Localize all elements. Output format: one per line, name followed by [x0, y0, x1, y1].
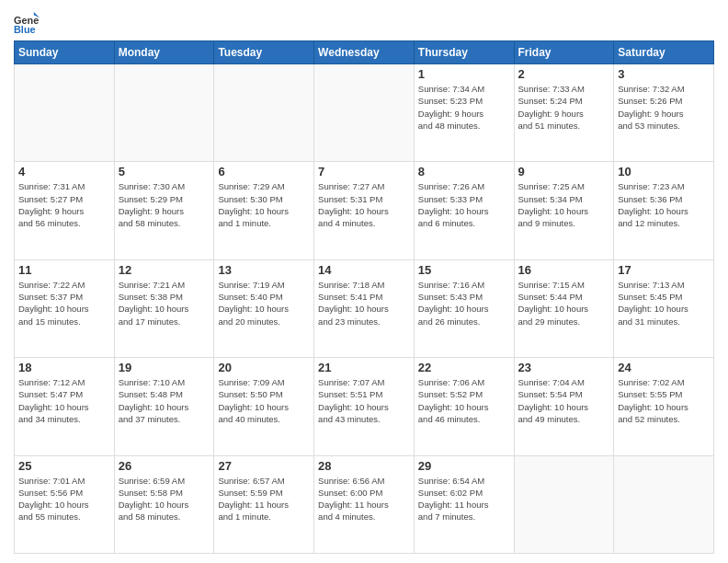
calendar-week-row: 18Sunrise: 7:12 AM Sunset: 5:47 PM Dayli… — [15, 358, 714, 455]
calendar-cell — [214, 64, 314, 162]
svg-text:Blue: Blue — [14, 24, 36, 35]
day-number: 25 — [18, 459, 110, 473]
calendar-header-friday: Friday — [514, 41, 614, 64]
calendar-cell: 4Sunrise: 7:31 AM Sunset: 5:27 PM Daylig… — [15, 162, 115, 259]
day-number: 11 — [18, 263, 110, 277]
day-info: Sunrise: 7:34 AM Sunset: 5:23 PM Dayligh… — [418, 83, 510, 132]
calendar-cell: 15Sunrise: 7:16 AM Sunset: 5:43 PM Dayli… — [414, 259, 514, 357]
calendar-header-thursday: Thursday — [414, 41, 514, 64]
day-info: Sunrise: 7:31 AM Sunset: 5:27 PM Dayligh… — [18, 180, 110, 229]
calendar-cell: 10Sunrise: 7:23 AM Sunset: 5:36 PM Dayli… — [614, 162, 714, 259]
calendar-cell: 13Sunrise: 7:19 AM Sunset: 5:40 PM Dayli… — [214, 259, 314, 357]
calendar-table: SundayMondayTuesdayWednesdayThursdayFrid… — [14, 40, 714, 554]
day-number: 10 — [618, 165, 710, 178]
calendar-cell: 14Sunrise: 7:18 AM Sunset: 5:41 PM Dayli… — [314, 259, 415, 357]
calendar-cell: 9Sunrise: 7:25 AM Sunset: 5:34 PM Daylig… — [514, 162, 614, 259]
calendar-cell: 8Sunrise: 7:26 AM Sunset: 5:33 PM Daylig… — [414, 162, 514, 259]
day-number: 12 — [119, 263, 210, 277]
day-number: 2 — [518, 67, 610, 81]
calendar-cell — [614, 455, 714, 553]
day-info: Sunrise: 7:06 AM Sunset: 5:52 PM Dayligh… — [418, 376, 510, 425]
day-number: 13 — [218, 263, 310, 277]
calendar-header-row: SundayMondayTuesdayWednesdayThursdayFrid… — [15, 41, 714, 64]
day-info: Sunrise: 7:18 AM Sunset: 5:41 PM Dayligh… — [318, 279, 410, 327]
day-info: Sunrise: 7:32 AM Sunset: 5:26 PM Dayligh… — [618, 83, 710, 132]
calendar-header-tuesday: Tuesday — [214, 41, 314, 64]
calendar-cell: 19Sunrise: 7:10 AM Sunset: 5:48 PM Dayli… — [114, 358, 214, 455]
day-info: Sunrise: 7:04 AM Sunset: 5:54 PM Dayligh… — [518, 376, 610, 425]
day-number: 8 — [418, 165, 510, 178]
day-number: 19 — [119, 361, 210, 374]
calendar-header-monday: Monday — [114, 41, 214, 64]
day-number: 7 — [318, 165, 410, 178]
day-info: Sunrise: 7:29 AM Sunset: 5:30 PM Dayligh… — [218, 180, 310, 229]
calendar-cell: 21Sunrise: 7:07 AM Sunset: 5:51 PM Dayli… — [314, 358, 415, 455]
day-number: 21 — [318, 361, 410, 374]
calendar-cell — [314, 64, 415, 162]
day-info: Sunrise: 7:12 AM Sunset: 5:47 PM Dayligh… — [18, 376, 110, 425]
day-number: 24 — [618, 361, 710, 374]
calendar-cell: 26Sunrise: 6:59 AM Sunset: 5:58 PM Dayli… — [114, 455, 214, 553]
page: General Blue SundayMondayTuesdayWednesda… — [0, 0, 728, 563]
calendar-cell: 1Sunrise: 7:34 AM Sunset: 5:23 PM Daylig… — [414, 64, 514, 162]
day-info: Sunrise: 6:56 AM Sunset: 6:00 PM Dayligh… — [318, 475, 410, 523]
calendar-header-wednesday: Wednesday — [314, 41, 415, 64]
calendar-cell: 22Sunrise: 7:06 AM Sunset: 5:52 PM Dayli… — [414, 358, 514, 455]
calendar-cell: 23Sunrise: 7:04 AM Sunset: 5:54 PM Dayli… — [514, 358, 614, 455]
calendar-cell: 5Sunrise: 7:30 AM Sunset: 5:29 PM Daylig… — [114, 162, 214, 259]
day-info: Sunrise: 7:16 AM Sunset: 5:43 PM Dayligh… — [418, 279, 510, 327]
calendar-week-row: 1Sunrise: 7:34 AM Sunset: 5:23 PM Daylig… — [15, 64, 714, 162]
day-info: Sunrise: 7:13 AM Sunset: 5:45 PM Dayligh… — [618, 279, 710, 327]
day-info: Sunrise: 7:23 AM Sunset: 5:36 PM Dayligh… — [618, 180, 710, 229]
day-number: 18 — [18, 361, 110, 374]
calendar-cell: 29Sunrise: 6:54 AM Sunset: 6:02 PM Dayli… — [414, 455, 514, 553]
day-info: Sunrise: 7:26 AM Sunset: 5:33 PM Dayligh… — [418, 180, 510, 229]
day-info: Sunrise: 7:22 AM Sunset: 5:37 PM Dayligh… — [18, 279, 110, 327]
day-info: Sunrise: 7:01 AM Sunset: 5:56 PM Dayligh… — [18, 475, 110, 523]
calendar-cell: 7Sunrise: 7:27 AM Sunset: 5:31 PM Daylig… — [314, 162, 415, 259]
day-info: Sunrise: 7:33 AM Sunset: 5:24 PM Dayligh… — [518, 83, 610, 132]
day-number: 1 — [418, 67, 510, 81]
day-info: Sunrise: 7:09 AM Sunset: 5:50 PM Dayligh… — [218, 376, 310, 425]
day-info: Sunrise: 7:25 AM Sunset: 5:34 PM Dayligh… — [518, 180, 610, 229]
day-info: Sunrise: 7:27 AM Sunset: 5:31 PM Dayligh… — [318, 180, 410, 229]
day-number: 9 — [518, 165, 610, 178]
header: General Blue — [14, 9, 714, 35]
day-number: 23 — [518, 361, 610, 374]
calendar-cell: 18Sunrise: 7:12 AM Sunset: 5:47 PM Dayli… — [15, 358, 115, 455]
calendar-cell: 25Sunrise: 7:01 AM Sunset: 5:56 PM Dayli… — [15, 455, 115, 553]
day-number: 17 — [618, 263, 710, 277]
day-info: Sunrise: 7:15 AM Sunset: 5:44 PM Dayligh… — [518, 279, 610, 327]
day-info: Sunrise: 6:54 AM Sunset: 6:02 PM Dayligh… — [418, 475, 510, 523]
calendar-cell: 20Sunrise: 7:09 AM Sunset: 5:50 PM Dayli… — [214, 358, 314, 455]
day-number: 6 — [218, 165, 310, 178]
day-info: Sunrise: 7:21 AM Sunset: 5:38 PM Dayligh… — [119, 279, 210, 327]
calendar-cell: 11Sunrise: 7:22 AM Sunset: 5:37 PM Dayli… — [15, 259, 115, 357]
day-info: Sunrise: 6:59 AM Sunset: 5:58 PM Dayligh… — [119, 475, 210, 523]
day-number: 22 — [418, 361, 510, 374]
day-number: 28 — [318, 459, 410, 473]
calendar-cell: 3Sunrise: 7:32 AM Sunset: 5:26 PM Daylig… — [614, 64, 714, 162]
calendar-cell: 17Sunrise: 7:13 AM Sunset: 5:45 PM Dayli… — [614, 259, 714, 357]
day-number: 29 — [418, 459, 510, 473]
calendar-week-row: 11Sunrise: 7:22 AM Sunset: 5:37 PM Dayli… — [15, 259, 714, 357]
calendar-cell: 24Sunrise: 7:02 AM Sunset: 5:55 PM Dayli… — [614, 358, 714, 455]
day-info: Sunrise: 7:07 AM Sunset: 5:51 PM Dayligh… — [318, 376, 410, 425]
day-number: 16 — [518, 263, 610, 277]
day-info: Sunrise: 7:19 AM Sunset: 5:40 PM Dayligh… — [218, 279, 310, 327]
day-number: 14 — [318, 263, 410, 277]
day-info: Sunrise: 7:10 AM Sunset: 5:48 PM Dayligh… — [119, 376, 210, 425]
calendar-week-row: 4Sunrise: 7:31 AM Sunset: 5:27 PM Daylig… — [15, 162, 714, 259]
day-number: 20 — [218, 361, 310, 374]
day-info: Sunrise: 7:02 AM Sunset: 5:55 PM Dayligh… — [618, 376, 710, 425]
calendar-cell: 16Sunrise: 7:15 AM Sunset: 5:44 PM Dayli… — [514, 259, 614, 357]
calendar-cell: 28Sunrise: 6:56 AM Sunset: 6:00 PM Dayli… — [314, 455, 415, 553]
logo-icon: General Blue — [14, 9, 40, 35]
calendar-cell: 2Sunrise: 7:33 AM Sunset: 5:24 PM Daylig… — [514, 64, 614, 162]
day-number: 26 — [119, 459, 210, 473]
day-info: Sunrise: 7:30 AM Sunset: 5:29 PM Dayligh… — [119, 180, 210, 229]
day-number: 3 — [618, 67, 710, 81]
day-number: 4 — [18, 165, 110, 178]
calendar-week-row: 25Sunrise: 7:01 AM Sunset: 5:56 PM Dayli… — [15, 455, 714, 553]
calendar-cell — [15, 64, 115, 162]
